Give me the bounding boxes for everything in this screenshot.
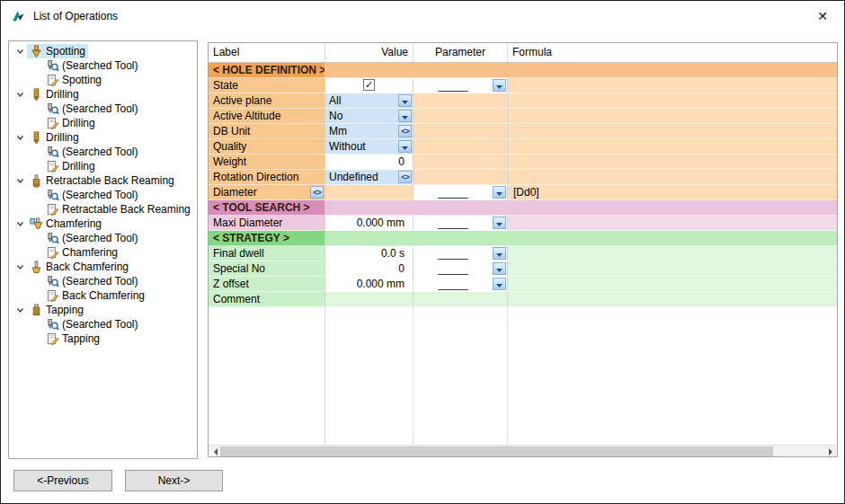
row-value-cell[interactable]: 0	[325, 155, 414, 170]
tree-item-label: Back Chamfering	[62, 289, 145, 302]
tree-item-back-chamfering[interactable]: Back Chamfering	[9, 260, 197, 274]
row-value-cell	[325, 185, 414, 200]
row-label: Z offset	[213, 278, 249, 290]
row-parameter-cell[interactable]: _____	[414, 78, 508, 93]
tree-item-highlight: (Searched Tool)	[43, 102, 141, 116]
dropdown-button[interactable]	[493, 79, 506, 92]
chevron-down-icon[interactable]	[13, 173, 27, 188]
dropdown-button[interactable]	[493, 278, 506, 290]
tree-item-searched-tool[interactable]: (Searched Tool)	[9, 102, 197, 116]
tree-item-drilling[interactable]: Drilling	[9, 159, 197, 173]
spinner-button[interactable]: <>	[398, 171, 412, 183]
row-parameter-cell[interactable]: _____	[414, 261, 508, 277]
value-text: 0	[395, 262, 405, 275]
tree-item-highlight: Chamfering	[43, 245, 120, 260]
chevron-down-icon[interactable]	[13, 87, 27, 102]
section-fill	[325, 231, 837, 246]
scroll-right-arrow[interactable]	[825, 446, 837, 457]
tree-item-chamfering[interactable]: Chamfering	[9, 217, 197, 231]
chevron-down-icon[interactable]	[13, 130, 27, 145]
state-checkbox[interactable]: ✓	[363, 79, 375, 91]
tree-item-highlight: (Searched Tool)	[43, 188, 141, 202]
spinner-button[interactable]: <>	[310, 186, 324, 199]
drilling-tool-icon	[30, 131, 43, 145]
row-formula-cell	[508, 78, 837, 93]
tree-item-drilling[interactable]: Drilling	[9, 87, 197, 102]
previous-button[interactable]: <-Previous	[13, 470, 112, 491]
chevron-down-icon[interactable]	[13, 303, 27, 317]
dropdown-button[interactable]	[493, 247, 506, 260]
edit-operation-icon	[46, 203, 59, 217]
tree-item-back-chamfering[interactable]: Back Chamfering	[9, 288, 197, 303]
chevron-down-icon[interactable]	[13, 44, 27, 58]
close-button[interactable]: ✕	[813, 7, 832, 25]
parameter-placeholder: _____	[438, 278, 467, 290]
searched-tool-icon	[46, 189, 59, 202]
scrollbar-thumb[interactable]	[220, 447, 773, 456]
table-row-z-offset: Z offset0.000 mm_____	[209, 277, 837, 292]
dropdown-button[interactable]	[398, 110, 412, 122]
row-value-cell[interactable]: Mm<>	[325, 124, 414, 139]
row-value-cell[interactable]: No	[325, 109, 414, 124]
row-value-cell[interactable]: 0	[325, 261, 414, 277]
dropdown-button[interactable]	[493, 217, 506, 229]
edit-operation-icon	[46, 332, 59, 346]
chevron-down-icon[interactable]	[13, 217, 27, 231]
dropdown-arrow-icon	[496, 278, 503, 291]
row-parameter-cell[interactable]: _____	[414, 277, 508, 292]
dropdown-button[interactable]	[398, 94, 412, 107]
tree-item-tapping[interactable]: Tapping	[9, 332, 197, 346]
row-parameter-cell[interactable]: _____	[414, 246, 508, 261]
table-row-hole-definition: < HOLE DEFINITION >	[209, 63, 837, 78]
tree-item-tapping[interactable]: Tapping	[9, 303, 197, 317]
row-value-cell[interactable]: 0.0 s	[325, 246, 414, 261]
table-row-quality: QualityWithout	[209, 139, 837, 155]
operations-tree: Spotting(Searched Tool)SpottingDrilling(…	[8, 40, 198, 459]
tree-item-searched-tool[interactable]: (Searched Tool)	[9, 145, 197, 159]
tree-item-searched-tool[interactable]: (Searched Tool)	[9, 274, 197, 288]
horizontal-scrollbar[interactable]	[209, 445, 837, 456]
tree-item-searched-tool[interactable]: (Searched Tool)	[9, 188, 197, 202]
tree-item-highlight: Drilling	[43, 116, 98, 130]
row-parameter-cell	[414, 109, 508, 124]
dropdown-button[interactable]	[493, 262, 506, 275]
tree-item-searched-tool[interactable]: (Searched Tool)	[9, 231, 197, 245]
tree-item-spotting[interactable]: Spotting	[9, 44, 197, 58]
row-label-cell: Final dwell	[209, 246, 325, 261]
spinner-button[interactable]: <>	[398, 125, 412, 137]
parameter-placeholder: _____	[438, 186, 467, 199]
row-label: < HOLE DEFINITION >	[213, 64, 325, 76]
window-title: List of Operations	[33, 10, 118, 22]
tree-item-chamfering[interactable]: Chamfering	[9, 245, 197, 260]
next-button[interactable]: Next->	[125, 470, 223, 491]
tree-item-label: Spotting	[46, 45, 85, 57]
row-parameter-cell[interactable]: _____	[414, 216, 508, 231]
tree-item-searched-tool[interactable]: (Searched Tool)	[9, 317, 197, 332]
value-text: All	[325, 94, 341, 107]
dropdown-button[interactable]	[493, 186, 506, 199]
row-parameter-cell[interactable]: _____	[414, 185, 508, 200]
row-value-cell[interactable]: 0.000 mm	[325, 277, 414, 292]
parameter-placeholder: _____	[438, 262, 467, 275]
searched-tool-icon	[46, 232, 59, 245]
row-value-cell[interactable]: 0.000 mm	[325, 216, 414, 231]
row-value-cell[interactable]: ✓	[325, 78, 414, 93]
row-label-cell: Quality	[209, 139, 325, 155]
chevron-down-icon[interactable]	[13, 260, 27, 274]
tree-item-spotting[interactable]: Spotting	[9, 73, 197, 87]
table-row-db-unit: DB UnitMm<>	[209, 124, 837, 139]
tree-item-label: Drilling	[46, 131, 79, 144]
tree-item-drilling[interactable]: Drilling	[9, 116, 197, 130]
tree-item-label: Retractable Back Reaming	[46, 174, 174, 187]
row-value-cell[interactable]: All	[325, 93, 414, 109]
row-formula-cell: [Dd0]	[508, 185, 837, 200]
dropdown-button[interactable]	[398, 140, 412, 153]
row-value-cell[interactable]: Undefined<>	[325, 170, 414, 185]
tree-item-retractable-back-reaming[interactable]: Retractable Back Reaming	[9, 173, 197, 188]
searched-tool-icon	[46, 59, 59, 73]
tree-item-searched-tool[interactable]: (Searched Tool)	[9, 58, 197, 73]
tree-item-retractable-back-reaming[interactable]: Retractable Back Reaming	[9, 202, 197, 217]
scroll-left-arrow[interactable]	[209, 446, 220, 457]
tree-item-drilling[interactable]: Drilling	[9, 130, 197, 145]
row-value-cell[interactable]: Without	[325, 139, 414, 155]
